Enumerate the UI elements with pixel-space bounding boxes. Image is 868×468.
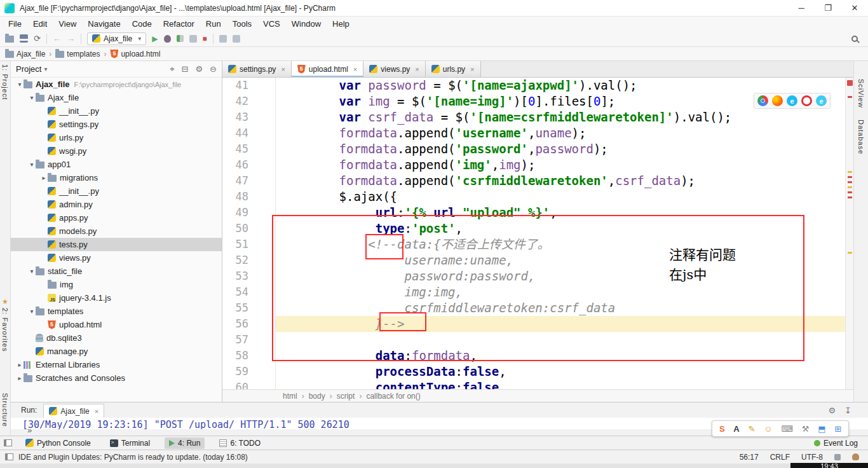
line-number[interactable]: 52: [222, 252, 248, 268]
breadcrumb-item-templates[interactable]: templates: [55, 50, 100, 59]
toolwindow-button-6-todo[interactable]: 6: TODO: [215, 437, 265, 449]
locate-file-icon[interactable]: ⌖: [170, 64, 174, 74]
ime-icon-6[interactable]: ⬒: [818, 425, 825, 433]
run-config-selector[interactable]: Ajax_file ▾: [87, 32, 146, 45]
tree-item-ajax-file[interactable]: ▾Ajax_fileF:\pycharmproject\django\Ajax_…: [11, 78, 222, 91]
tree-item-jquery-3-4-1-js[interactable]: jquery-3.4.1.js: [11, 291, 222, 305]
breadcrumb-item-ajax-file[interactable]: Ajax_file: [5, 50, 45, 59]
error-stripe-mark[interactable]: [848, 96, 852, 98]
ime-icon-7[interactable]: ⊞: [834, 425, 841, 433]
tree-expand-icon[interactable]: ▸: [16, 375, 24, 382]
line-number[interactable]: 54: [222, 284, 248, 300]
close-button[interactable]: ✕: [841, 0, 868, 17]
menu-item-run[interactable]: Run: [200, 19, 227, 29]
stop-icon[interactable]: ■: [203, 34, 207, 43]
hide-panel-icon[interactable]: ⊖: [210, 64, 217, 74]
minimize-button[interactable]: ─: [788, 0, 815, 17]
line-number[interactable]: 49: [222, 205, 248, 221]
encoding-widget[interactable]: UTF-8: [801, 453, 823, 462]
event-log-button[interactable]: Event Log: [814, 439, 858, 448]
chevron-down-icon[interactable]: ▾: [44, 65, 47, 72]
dock-icon[interactable]: ↧: [844, 406, 851, 415]
line-number[interactable]: 46: [222, 157, 248, 173]
collapse-all-icon[interactable]: ⊟: [182, 64, 189, 74]
editor-tab-views-py[interactable]: views.py×: [363, 61, 425, 77]
tree-item-app01[interactable]: ▾app01: [11, 158, 222, 171]
close-tab-icon[interactable]: ×: [281, 65, 285, 73]
editor-gutter[interactable]: 4142434445464748495051525354555657585960: [222, 78, 276, 389]
forward-icon[interactable]: →: [67, 34, 75, 43]
tree-item-settings-py[interactable]: settings.py: [11, 118, 222, 131]
error-stripe-mark[interactable]: [848, 176, 852, 178]
close-tab-icon[interactable]: ×: [95, 408, 98, 415]
edge-icon[interactable]: e: [816, 95, 827, 106]
tree-item-views-py[interactable]: views.py: [11, 251, 222, 265]
firefox-icon[interactable]: [772, 95, 783, 106]
line-number[interactable]: 44: [222, 125, 248, 141]
tree-item-init-py[interactable]: __init__.py: [11, 184, 222, 198]
error-stripe-mark[interactable]: [848, 171, 852, 173]
menu-item-edit[interactable]: Edit: [27, 19, 53, 29]
opera-icon[interactable]: [801, 95, 812, 106]
tree-expand-icon[interactable]: ▸: [16, 361, 24, 368]
tree-expand-icon[interactable]: ▾: [16, 81, 24, 88]
line-number[interactable]: 59: [222, 364, 248, 380]
toolwindow-button-terminal[interactable]: Terminal: [105, 437, 154, 449]
tool-stripe-structure[interactable]: Structure: [1, 393, 9, 427]
line-number[interactable]: 53: [222, 268, 248, 284]
tree-item-models-py[interactable]: models.py: [11, 224, 222, 238]
tool-stripe-database[interactable]: Database: [857, 120, 865, 155]
inspections-icon[interactable]: [852, 453, 859, 460]
error-stripe-mark[interactable]: [848, 252, 852, 254]
line-number[interactable]: 43: [222, 109, 248, 125]
menu-item-navigate[interactable]: Navigate: [82, 19, 126, 29]
ie-icon[interactable]: e: [787, 95, 797, 106]
close-tab-icon[interactable]: ×: [415, 65, 419, 73]
breadcrumb-item-upload-html[interactable]: upload.html: [110, 50, 160, 59]
sync-icon[interactable]: ⟳: [34, 34, 41, 43]
toolbar-icon[interactable]: [233, 35, 240, 43]
error-stripe-mark[interactable]: [848, 191, 852, 193]
search-everywhere-icon[interactable]: [851, 36, 858, 42]
gear-icon[interactable]: ⚙: [195, 64, 203, 74]
line-number[interactable]: 48: [222, 189, 248, 205]
tool-stripe-favorites[interactable]: 2: Favorites: [1, 308, 9, 352]
tree-item-scratches-and-consoles[interactable]: ▸Scratches and Consoles: [11, 371, 222, 385]
breadcrumb-script[interactable]: script: [337, 392, 355, 401]
tree-item-external-libraries[interactable]: ▸External Libraries: [11, 358, 222, 371]
line-number[interactable]: 58: [222, 348, 248, 364]
menu-item-code[interactable]: Code: [126, 19, 158, 29]
tree-item-urls-py[interactable]: urls.py: [11, 131, 222, 144]
tree-expand-icon[interactable]: ▸: [40, 174, 48, 181]
ime-icon-5[interactable]: ⚒: [802, 425, 810, 433]
tree-item-wsgi-py[interactable]: wsgi.py: [11, 144, 222, 158]
error-stripe-mark[interactable]: [848, 186, 852, 188]
breadcrumb-callback-for-on[interactable]: callback for on(): [366, 392, 420, 401]
line-number[interactable]: 57: [222, 332, 248, 348]
toolwindow-switcher-icon[interactable]: [4, 439, 12, 446]
run-icon[interactable]: ▶: [152, 34, 158, 43]
project-panel-title[interactable]: Project: [16, 64, 41, 74]
open-icon[interactable]: [5, 36, 14, 43]
tree-item-static-file[interactable]: ▾static_file: [11, 265, 222, 278]
gear-icon[interactable]: ⚙: [828, 406, 836, 415]
line-separator-widget[interactable]: CRLF: [770, 453, 790, 462]
menu-item-help[interactable]: Help: [327, 19, 355, 29]
ime-icon-4[interactable]: ⌨: [781, 425, 793, 433]
menu-item-tools[interactable]: Tools: [227, 19, 257, 29]
tree-item-admin-py[interactable]: admin.py: [11, 198, 222, 211]
line-number[interactable]: 51: [222, 237, 248, 252]
run-tab[interactable]: Ajax_file ×: [43, 404, 104, 418]
tree-item-init-py[interactable]: __init__.py: [11, 104, 222, 118]
chrome-icon[interactable]: [757, 95, 768, 106]
toolbar-icon[interactable]: [219, 35, 227, 43]
line-number[interactable]: 55: [222, 300, 248, 316]
editor-tab-settings-py[interactable]: settings.py×: [222, 61, 292, 77]
maximize-button[interactable]: ❐: [815, 0, 841, 17]
ime-icon-3[interactable]: ☺: [764, 425, 772, 433]
tree-expand-icon[interactable]: ▾: [28, 268, 36, 275]
ime-icon-1[interactable]: A: [733, 425, 739, 433]
tool-stripe-sciview[interactable]: SciView: [857, 79, 865, 108]
tree-item-manage-py[interactable]: manage.py: [11, 345, 222, 358]
coverage-icon[interactable]: [177, 35, 184, 42]
